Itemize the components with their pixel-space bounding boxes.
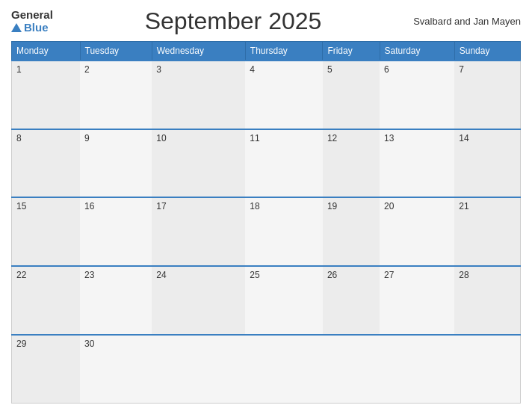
day-number: 24 <box>156 270 166 280</box>
region-label: Svalbard and Jan Mayen <box>413 16 521 27</box>
calendar-header: MondayTuesdayWednesdayThursdayFridaySatu… <box>12 42 521 61</box>
calendar-body: 1234567891011121314151617181920212223242… <box>12 61 521 404</box>
weekday-header-thursday: Thursday <box>245 42 323 61</box>
calendar-cell: 17 <box>152 197 245 266</box>
page-header: General Blue September 2025 Svalbard and… <box>11 7 521 35</box>
day-number: 8 <box>16 133 22 143</box>
day-number: 19 <box>327 201 337 211</box>
calendar-cell: 11 <box>245 129 323 198</box>
day-number: 10 <box>156 133 166 143</box>
weekday-header-friday: Friday <box>323 42 380 61</box>
day-number: 16 <box>84 201 94 211</box>
day-number: 14 <box>459 133 468 143</box>
calendar-row: 891011121314 <box>12 129 521 198</box>
calendar-cell: 14 <box>454 129 520 198</box>
calendar-cell: 19 <box>323 197 380 266</box>
calendar-row: 2930 <box>12 335 521 404</box>
calendar-cell: 12 <box>323 129 380 198</box>
day-number: 15 <box>16 201 26 211</box>
calendar-row: 15161718192021 <box>12 197 521 266</box>
logo-triangle-icon <box>11 23 22 32</box>
day-number: 3 <box>156 64 161 75</box>
day-number: 29 <box>16 339 26 349</box>
calendar-cell: 30 <box>80 335 152 404</box>
calendar-row: 1234567 <box>12 61 521 129</box>
calendar-cell: 20 <box>380 197 454 266</box>
calendar-cell <box>454 335 520 404</box>
calendar-cell: 26 <box>323 266 380 335</box>
day-number: 13 <box>384 133 394 143</box>
calendar-cell: 21 <box>454 197 520 266</box>
calendar-cell: 10 <box>152 129 245 198</box>
weekday-header-monday: Monday <box>12 42 81 61</box>
calendar-table: MondayTuesdayWednesdayThursdayFridaySatu… <box>11 41 521 404</box>
day-number: 20 <box>384 201 394 211</box>
calendar-cell: 29 <box>12 335 81 404</box>
day-number: 17 <box>156 201 166 211</box>
day-number: 18 <box>250 201 259 211</box>
calendar-cell: 1 <box>12 61 81 129</box>
calendar-cell: 16 <box>80 197 152 266</box>
calendar-cell <box>380 335 454 404</box>
weekday-header-saturday: Saturday <box>380 42 454 61</box>
calendar-cell: 4 <box>245 61 323 129</box>
day-number: 11 <box>250 133 259 143</box>
calendar-cell: 3 <box>152 61 245 129</box>
calendar-cell: 22 <box>12 266 81 335</box>
calendar-cell: 25 <box>245 266 323 335</box>
day-number: 25 <box>250 270 259 280</box>
calendar-cell <box>152 335 245 404</box>
day-number: 6 <box>384 64 389 75</box>
calendar-row: 22232425262728 <box>12 266 521 335</box>
calendar-cell: 5 <box>323 61 380 129</box>
calendar-cell: 7 <box>454 61 520 129</box>
day-number: 28 <box>459 270 468 280</box>
day-number: 2 <box>84 64 90 75</box>
logo-blue-text: Blue <box>11 22 49 34</box>
day-number: 27 <box>384 270 394 280</box>
weekday-header-wednesday: Wednesday <box>152 42 245 61</box>
calendar-cell: 8 <box>12 129 81 198</box>
logo-general-text: General <box>11 9 53 22</box>
calendar-cell: 15 <box>12 197 81 266</box>
day-number: 4 <box>250 64 255 75</box>
calendar-cell: 13 <box>380 129 454 198</box>
day-number: 26 <box>327 270 337 280</box>
weekday-header-tuesday: Tuesday <box>80 42 152 61</box>
calendar-cell: 9 <box>80 129 152 198</box>
calendar-cell: 23 <box>80 266 152 335</box>
calendar-cell <box>323 335 380 404</box>
day-number: 12 <box>327 133 337 143</box>
calendar-cell: 6 <box>380 61 454 129</box>
calendar-cell: 2 <box>80 61 152 129</box>
day-number: 23 <box>84 270 94 280</box>
day-number: 21 <box>459 201 468 211</box>
day-number: 1 <box>16 64 22 75</box>
day-number: 22 <box>16 270 26 280</box>
logo: General Blue <box>11 9 53 34</box>
calendar-cell: 18 <box>245 197 323 266</box>
day-number: 9 <box>84 133 90 143</box>
day-number: 5 <box>327 64 332 75</box>
calendar-cell <box>245 335 323 404</box>
calendar-cell: 28 <box>454 266 520 335</box>
calendar-cell: 24 <box>152 266 245 335</box>
calendar-cell: 27 <box>380 266 454 335</box>
weekday-row: MondayTuesdayWednesdayThursdayFridaySatu… <box>12 42 521 61</box>
calendar-title: September 2025 <box>145 7 322 35</box>
day-number: 7 <box>459 64 464 75</box>
weekday-header-sunday: Sunday <box>454 42 520 61</box>
day-number: 30 <box>84 339 94 349</box>
